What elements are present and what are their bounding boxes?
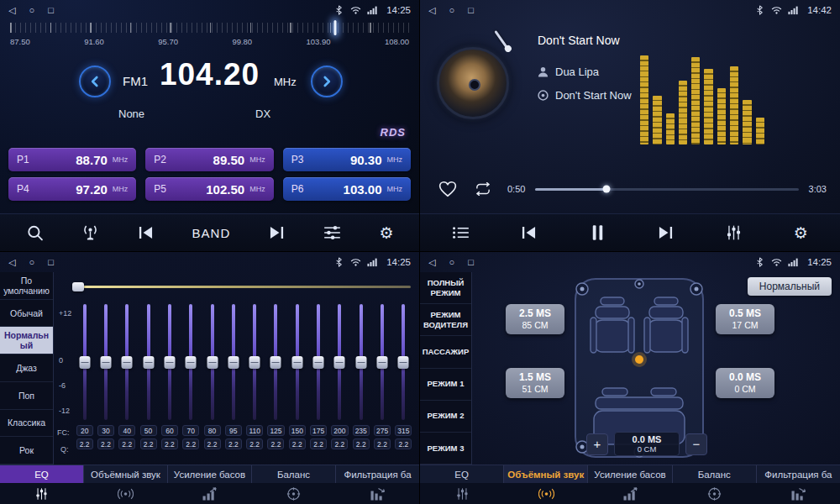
eq-preset-item[interactable]: Джаз	[0, 354, 53, 382]
tune-up-button[interactable]	[311, 66, 343, 97]
tab-eq[interactable]: EQ	[0, 465, 84, 483]
delay-rear-left[interactable]: 1.5 MS 51 CM	[506, 368, 564, 398]
surround-preset-button[interactable]: Нормальный	[748, 277, 832, 296]
recents-icon[interactable]: □	[48, 6, 54, 15]
back-icon[interactable]: ◁	[8, 258, 15, 267]
delay-rear-right[interactable]: 0.0 MS 0 CM	[716, 368, 774, 398]
tab-surround[interactable]: Объёмный звук	[504, 465, 588, 483]
recents-icon[interactable]: □	[468, 6, 474, 15]
delay-front-left[interactable]: 2.5 MS 85 CM	[506, 304, 564, 334]
home-icon[interactable]: ○	[29, 6, 34, 15]
eq-slider-handle[interactable]	[291, 356, 302, 369]
favorite-icon[interactable]	[438, 181, 457, 197]
radio-preset-button[interactable]: P390.30MHz	[283, 148, 411, 171]
eq-slider-handle[interactable]	[334, 356, 345, 369]
tab-bass-boost[interactable]: Усиление басов	[168, 465, 252, 483]
eq-band-slider[interactable]	[95, 304, 116, 420]
eq-slider-handle[interactable]	[249, 356, 260, 369]
radio-preset-button[interactable]: P188.70MHz	[8, 148, 136, 171]
eq-band-slider[interactable]	[181, 304, 202, 420]
tab-surround[interactable]: Объёмный звук	[84, 465, 168, 483]
eq-preset-item[interactable]: Рок	[0, 437, 53, 465]
previous-icon[interactable]	[137, 224, 155, 241]
settings-icon[interactable]: ⚙	[794, 225, 808, 241]
equalizer-icon[interactable]	[725, 224, 743, 241]
radio-preset-button[interactable]: P5102.50MHz	[145, 177, 273, 201]
seek-bar[interactable]	[535, 188, 798, 191]
eq-slider-handle[interactable]	[355, 356, 366, 369]
eq-band-slider[interactable]	[202, 304, 223, 420]
eq-preset-item[interactable]: Обычай	[0, 300, 53, 328]
tab-bass-boost[interactable]: Усиление басов	[588, 465, 672, 483]
eq-slider-handle[interactable]	[313, 356, 324, 369]
master-level-handle[interactable]	[72, 282, 84, 291]
surround-mode-item[interactable]: РЕЖИМ 2	[420, 401, 471, 433]
surround-mode-item[interactable]: ПОЛНЫЙ РЕЖИМ	[420, 272, 471, 304]
surround-mode-item[interactable]: ПАССАЖИР	[420, 336, 471, 368]
surround-mode-item[interactable]: РЕЖИМ 1	[420, 369, 471, 401]
repeat-icon[interactable]	[474, 182, 492, 196]
home-icon[interactable]: ○	[449, 6, 454, 15]
eq-slider-handle[interactable]	[398, 356, 409, 369]
eq-band-slider[interactable]	[350, 304, 371, 420]
mixer-icon[interactable]	[323, 224, 341, 241]
progress-knob[interactable]	[602, 186, 610, 193]
next-track-icon[interactable]	[657, 224, 675, 241]
next-icon[interactable]	[268, 224, 286, 241]
delay-decrease-button[interactable]: −	[685, 433, 707, 455]
delay-front-right[interactable]: 0.5 MS 17 CM	[716, 304, 774, 334]
eq-band-slider[interactable]	[393, 304, 414, 420]
eq-slider-handle[interactable]	[377, 356, 388, 369]
search-icon[interactable]	[26, 224, 44, 241]
eq-band-slider[interactable]	[265, 304, 286, 420]
broadcast-scan-icon[interactable]	[81, 224, 99, 241]
eq-band-slider[interactable]	[329, 304, 350, 420]
eq-band-slider[interactable]	[371, 304, 392, 420]
tab-icon-bass-boost[interactable]	[168, 487, 252, 501]
eq-slider-handle[interactable]	[79, 356, 90, 369]
home-icon[interactable]: ○	[29, 258, 34, 267]
tab-filter[interactable]: Фильтрация ба	[336, 465, 419, 483]
eq-slider-handle[interactable]	[122, 356, 133, 369]
home-icon[interactable]: ○	[449, 258, 454, 267]
tab-icon-balance[interactable]	[672, 487, 756, 501]
radio-preset-button[interactable]: P289.50MHz	[145, 148, 273, 171]
recents-icon[interactable]: □	[48, 258, 54, 267]
eq-band-slider[interactable]	[244, 304, 265, 420]
eq-slider-handle[interactable]	[186, 356, 197, 369]
eq-band-slider[interactable]	[117, 304, 138, 420]
eq-preset-item[interactable]: По умолчанию	[0, 272, 53, 300]
band-button[interactable]: BAND	[192, 226, 231, 240]
master-level-slider[interactable]	[74, 286, 411, 288]
radio-preset-button[interactable]: P6103.00MHz	[283, 177, 411, 201]
back-icon[interactable]: ◁	[428, 258, 435, 267]
eq-slider-handle[interactable]	[100, 356, 111, 369]
tab-icon-surround[interactable]	[504, 487, 588, 501]
tab-icon-bass-boost[interactable]	[588, 487, 672, 501]
tab-icon-surround[interactable]	[84, 487, 168, 501]
surround-mode-item[interactable]: РЕЖИМ ВОДИТЕЛЯ	[420, 304, 471, 336]
tab-icon-balance[interactable]	[251, 487, 335, 501]
radio-preset-button[interactable]: P497.20MHz	[8, 177, 136, 201]
back-icon[interactable]: ◁	[428, 6, 435, 15]
frequency-pointer[interactable]	[334, 20, 337, 35]
tab-icon-eq[interactable]	[420, 487, 504, 501]
eq-slider-handle[interactable]	[270, 356, 281, 369]
surround-mode-item[interactable]: РЕЖИМ 3	[420, 433, 471, 465]
tab-filter[interactable]: Фильтрация ба	[757, 465, 840, 483]
tab-icon-filter[interactable]	[335, 487, 419, 501]
tab-icon-filter[interactable]	[756, 487, 840, 501]
eq-preset-item[interactable]: Поп	[0, 382, 53, 410]
frequency-scale[interactable]: 87.50 91.60 95.70 99.80 103.90 108.00	[10, 23, 409, 53]
previous-track-icon[interactable]	[520, 224, 538, 241]
eq-slider-handle[interactable]	[143, 356, 154, 369]
tab-balance[interactable]: Баланс	[673, 465, 757, 483]
eq-band-slider[interactable]	[138, 304, 159, 420]
tab-balance[interactable]: Баланс	[252, 465, 336, 483]
tab-icon-eq[interactable]	[0, 487, 84, 501]
settings-icon[interactable]: ⚙	[379, 225, 393, 241]
eq-band-slider[interactable]	[74, 304, 95, 420]
eq-band-slider[interactable]	[286, 304, 307, 420]
pause-icon[interactable]	[589, 224, 606, 241]
eq-preset-item[interactable]: Классика	[0, 410, 53, 438]
